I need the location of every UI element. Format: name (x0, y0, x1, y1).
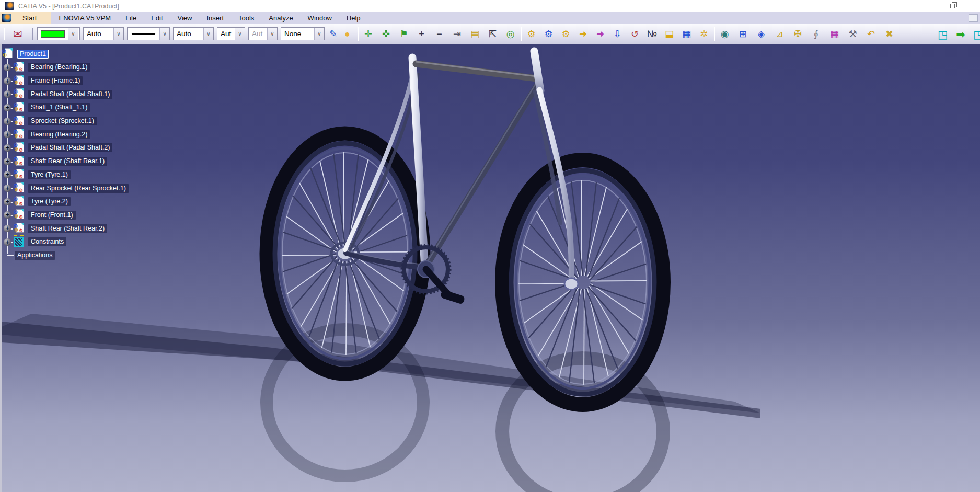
tree-item-label[interactable]: Tyre (Tyre.1) (28, 170, 71, 179)
expand-plus-icon[interactable] (4, 238, 11, 246)
new-part-icon[interactable]: ⚙ (559, 27, 573, 41)
menu-item[interactable]: Help (339, 12, 368, 24)
replace-component-icon[interactable]: ⇩ (610, 27, 625, 41)
tree-row[interactable]: ⚙ ⚙ ⚙ Padal Shaft (Padal Shaft.2) (1, 141, 168, 155)
graph-tree-reordering-icon[interactable]: ↺ (628, 27, 642, 41)
expand-plus-icon[interactable] (4, 144, 11, 152)
tree-root[interactable]: ⚙ ⚙ Product1 (1, 47, 168, 61)
start-menu-zone[interactable]: Start (0, 12, 51, 24)
restore-button[interactable] (944, 2, 960, 10)
tree-row[interactable]: ⚙ ⚙ ⚙ Front (Front.1) (1, 209, 168, 222)
expand-plus-icon[interactable] (4, 64, 11, 71)
new-product-icon[interactable]: ⚙ (541, 27, 556, 41)
select-arrow-icon[interactable]: ⇱ (486, 27, 500, 41)
expand-plus-icon[interactable] (4, 90, 11, 98)
toolbar-grip[interactable] (4, 28, 6, 40)
render-style-icon[interactable]: ◉ (718, 27, 732, 41)
expand-plus-icon[interactable] (4, 77, 11, 85)
import-catalog-icon[interactable]: ➡ (952, 26, 970, 42)
wizard-material-icon[interactable]: ● (340, 27, 354, 41)
tree-item-label[interactable]: Rear Sprocket (Rear Sprocket.1) (28, 184, 129, 193)
existing-component-position-icon[interactable]: ➜ (593, 27, 607, 41)
measure-item-icon[interactable]: ◈ (754, 27, 768, 41)
tree-item-label[interactable]: Sprocket (Sprocket.1) (28, 117, 97, 125)
tree-row[interactable]: ⚙ ⚙ ⚙ Shaft Rear (Shaft Rear.1) (1, 155, 168, 168)
lineweight-dropdown[interactable]: Auto ∨ (173, 27, 214, 40)
menu-item[interactable]: ENOVIA V5 VPM (51, 12, 118, 24)
expand-plus-icon[interactable] (4, 118, 11, 125)
expand-plus-icon[interactable] (4, 225, 11, 232)
tree-root-label[interactable]: Product1 (17, 50, 49, 59)
toolbar-grip[interactable] (31, 28, 33, 40)
expand-plus-icon[interactable] (4, 198, 11, 205)
manage-representations-icon[interactable]: ▦ (679, 27, 694, 41)
opacity-dropdown[interactable]: Auto ∨ (83, 27, 124, 40)
layer-dropdown[interactable]: None ∨ (281, 27, 325, 40)
zoom-in-icon[interactable]: + (414, 27, 429, 41)
tree-row[interactable]: ⚙ ⚙ ⚙ Bearing (Bearing.2) (1, 128, 168, 141)
tree-item-label[interactable]: Constraints (28, 237, 66, 246)
pointsymbol-dropdown[interactable]: Aut ∨ (217, 27, 245, 40)
chevron-down-icon[interactable]: ∨ (314, 28, 324, 40)
chevron-down-icon[interactable]: ∨ (203, 28, 213, 40)
tree-row[interactable]: ⚙ ⚙ ⚙ Tyre (Tyre.2) (1, 195, 168, 209)
existing-component-icon[interactable]: ➜ (576, 27, 590, 41)
menu-item[interactable]: File (118, 12, 144, 24)
menu-item[interactable]: View (170, 12, 200, 24)
tree-row[interactable]: ⚙ ⚙ ⚙ Sprocket (Sprocket.1) (1, 115, 168, 128)
measure-inertia-icon[interactable]: ⊿ (773, 27, 787, 41)
tree-row[interactable]: ⚙ ⚙ ⚙ Shaft Rear (Shaft Rear.2) (1, 222, 168, 235)
interference-icon[interactable]: ✖ (882, 27, 896, 41)
catalog-browser-icon[interactable]: ◳ (934, 26, 952, 42)
magnifier-icon[interactable]: ◎ (503, 27, 517, 41)
multi-instantiation-icon[interactable]: ✲ (697, 27, 711, 41)
expand-plus-icon[interactable] (4, 131, 11, 138)
expand-plus-icon[interactable] (4, 211, 11, 219)
tree-row[interactable]: ⚙ ⚙ ⚙ Padal Shaft (Padal Shaft.1) (1, 87, 168, 101)
color-dropdown[interactable]: ∨ (37, 27, 80, 40)
fly-mode-icon[interactable]: ✛ (361, 27, 375, 41)
expand-plus-icon[interactable] (4, 171, 11, 178)
paperclip-icon[interactable]: ∮ (809, 27, 823, 41)
catalog-clipped-icon[interactable]: ◳ (970, 26, 980, 42)
tools-icon[interactable]: ⚒ (846, 27, 860, 41)
tree-item-label[interactable]: Shaft_1 (Shaft_1.1) (28, 103, 90, 112)
menu-item[interactable]: Analyze (261, 12, 300, 24)
menu-item[interactable]: Edit (144, 12, 170, 24)
tree-row[interactable]: ⚙ ⚙ ⚙ Rear Sprocket (Rear Sprocket.1) (1, 181, 168, 195)
expand-plus-icon[interactable] (4, 104, 11, 111)
menu-item[interactable]: Window (301, 12, 339, 24)
tree-item-label[interactable]: Tyre (Tyre.2) (28, 197, 71, 206)
tree-item-label[interactable]: Front (Front.1) (28, 211, 76, 220)
tree-item-label[interactable]: Frame (Frame.1) (28, 76, 83, 85)
tree-item-label[interactable]: Bearing (Bearing.1) (28, 63, 90, 72)
tree-row[interactable]: ⚙ ⚙ ⚙ Bearing (Bearing.1) (1, 61, 168, 74)
menu-item[interactable]: Insert (199, 12, 231, 24)
minimize-button[interactable] (915, 2, 930, 10)
sectioning-icon[interactable]: ▦ (827, 27, 841, 41)
fit-all-in-icon[interactable]: ✜ (379, 27, 393, 41)
tree-row[interactable]: ⚙ ⚙ ⚙ Frame (Frame.1) (1, 74, 168, 88)
tree-item-label[interactable]: Shaft Rear (Shaft Rear.1) (28, 157, 107, 166)
tree-row[interactable]: ⚙ ⚙ ⚙ Shaft_1 (Shaft_1.1) (1, 101, 168, 115)
generate-numbering-icon[interactable]: № (645, 27, 659, 41)
send-to-icon[interactable]: ✉ (9, 26, 27, 42)
new-component-icon[interactable]: ⚙ (524, 27, 538, 41)
painter-icon[interactable]: ✎ (326, 27, 340, 41)
multi-view-icon[interactable]: ▤ (468, 27, 482, 41)
tree-item-label[interactable]: Padal Shaft (Padal Shaft.1) (28, 90, 112, 99)
menu-item[interactable]: Tools (231, 12, 261, 24)
measure-between-icon[interactable]: ⊞ (736, 27, 750, 41)
chevron-down-icon[interactable]: ∨ (235, 28, 245, 40)
tree-item-label[interactable]: Padal Shaft (Padal Shaft.2) (28, 143, 112, 152)
menu-start[interactable]: Start (15, 14, 44, 22)
tree-row[interactable]: ⚙ ⚙ ⚙ Applications (1, 249, 168, 262)
undo-icon[interactable]: ↶ (864, 27, 878, 41)
expand-plus-icon[interactable] (4, 158, 11, 165)
chevron-down-icon[interactable]: ∨ (113, 28, 123, 40)
turn-head-icon[interactable]: ⚑ (397, 27, 411, 41)
tree-item-label[interactable]: Shaft Rear (Shaft Rear.2) (28, 224, 107, 233)
chevron-down-icon[interactable]: ∨ (68, 28, 78, 40)
normal-view-icon[interactable]: ⇥ (450, 27, 464, 41)
expand-plus-icon[interactable] (4, 185, 11, 192)
